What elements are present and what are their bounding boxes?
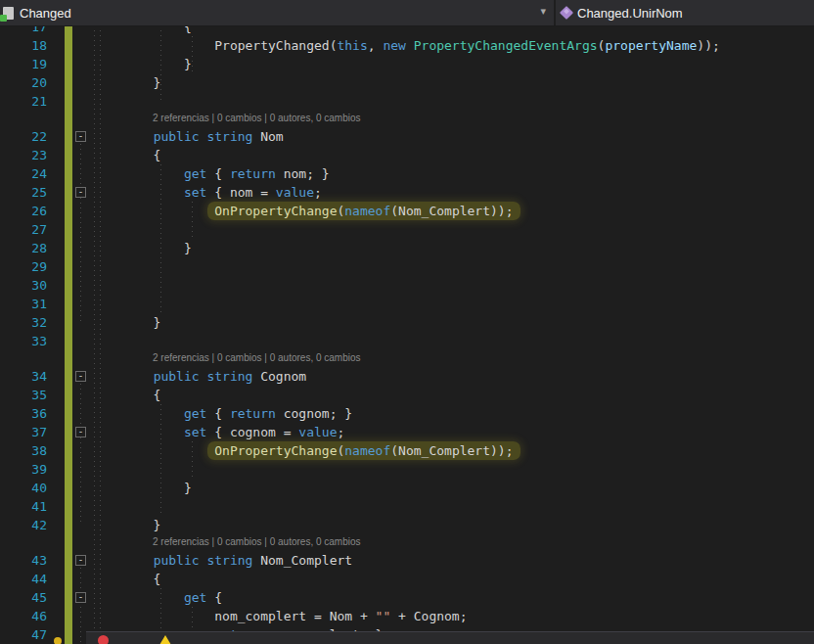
codelens-indicator[interactable]: 2 referencias | 0 cambios | 0 autores, 0… bbox=[153, 110, 361, 126]
code-token: Nom_Complert bbox=[398, 443, 490, 458]
line-number[interactable]: 19 bbox=[0, 55, 47, 73]
code-line[interactable]: 20 } bbox=[0, 73, 814, 92]
fold-toggle[interactable]: - bbox=[75, 592, 86, 603]
line-number[interactable]: 34 bbox=[0, 367, 47, 386]
code-line[interactable]: 44 { bbox=[0, 570, 814, 588]
members-dropdown-label: Changed.UnirNom bbox=[577, 6, 683, 21]
reference-highlight: OnPropertyChange(nameof(Nom_Complert)); bbox=[207, 441, 520, 460]
code-editor[interactable]: 17 {18 PropertyChanged(this, new Propert… bbox=[0, 25, 814, 644]
line-number[interactable]: 42 bbox=[0, 516, 47, 534]
codelens-indicator[interactable]: 2 referencias | 0 cambios | 0 autores, 0… bbox=[153, 533, 361, 550]
warning-icon[interactable] bbox=[159, 635, 171, 644]
code-token: cognom; } bbox=[276, 406, 352, 421]
code-line[interactable]: 43- public string Nom_Complert bbox=[0, 551, 814, 570]
line-number[interactable]: 25 bbox=[0, 183, 47, 202]
code-token: { bbox=[92, 572, 160, 586]
fold-toggle[interactable]: - bbox=[75, 427, 86, 437]
code-line[interactable]: 39 bbox=[0, 460, 814, 479]
margin-indicator-dot[interactable] bbox=[54, 637, 62, 644]
code-line[interactable]: 46 nom_complert = Nom + "" + Cognom; bbox=[0, 607, 814, 625]
line-number[interactable]: 44 bbox=[0, 570, 47, 588]
line-number[interactable]: 29 bbox=[0, 257, 47, 276]
code-line[interactable]: 24 get { return nom; } bbox=[0, 164, 814, 183]
line-number[interactable]: 27 bbox=[0, 220, 47, 239]
code-line[interactable]: 42 } bbox=[0, 516, 814, 534]
line-number[interactable]: 40 bbox=[0, 479, 47, 497]
line-number[interactable]: 36 bbox=[0, 404, 47, 423]
fold-toggle[interactable]: - bbox=[75, 371, 86, 382]
fold-toggle[interactable]: - bbox=[75, 187, 86, 198]
line-number[interactable]: 47 bbox=[0, 625, 47, 644]
codelens-indicator[interactable]: 2 referencias | 0 cambios | 0 autores, 0… bbox=[153, 349, 361, 366]
code-text: OnPropertyChange(nameof(Nom_Complert)); bbox=[92, 441, 520, 460]
code-line[interactable]: 30 bbox=[0, 276, 814, 295]
line-number[interactable]: 26 bbox=[0, 202, 47, 220]
code-line[interactable]: 32 } bbox=[0, 313, 814, 332]
codelens-row: 2 referencias | 0 cambios | 0 autores, 0… bbox=[0, 111, 814, 127]
code-line[interactable]: 17 { bbox=[0, 25, 814, 36]
code-line[interactable]: 23 { bbox=[0, 146, 814, 164]
code-line[interactable]: 28 } bbox=[0, 239, 814, 257]
code-line[interactable]: 38 OnPropertyChange(nameof(Nom_Complert)… bbox=[0, 441, 814, 460]
line-number[interactable]: 31 bbox=[0, 295, 47, 313]
line-number[interactable]: 28 bbox=[0, 239, 47, 257]
line-number[interactable]: 39 bbox=[0, 460, 47, 479]
code-line[interactable]: 41 bbox=[0, 497, 814, 516]
line-number[interactable]: 23 bbox=[0, 146, 47, 164]
line-number[interactable]: 21 bbox=[0, 92, 47, 111]
line-number[interactable]: 24 bbox=[0, 164, 47, 183]
code-token: get bbox=[184, 590, 206, 605]
code-token bbox=[92, 129, 154, 144]
line-number[interactable]: 45 bbox=[0, 588, 47, 607]
code-line[interactable]: 31 bbox=[0, 295, 814, 313]
code-token bbox=[92, 590, 184, 605]
line-number[interactable]: 30 bbox=[0, 276, 47, 295]
line-number[interactable]: 46 bbox=[0, 607, 47, 625]
code-line[interactable]: 19 } bbox=[0, 55, 814, 73]
code-token: OnPropertyChange bbox=[214, 443, 337, 458]
code-line[interactable]: 22- public string Nom bbox=[0, 127, 814, 146]
line-number[interactable]: 17 bbox=[0, 25, 47, 36]
code-token: string bbox=[206, 369, 252, 384]
line-number[interactable]: 33 bbox=[0, 332, 47, 350]
line-number[interactable]: 20 bbox=[0, 73, 47, 92]
code-line[interactable]: 35 { bbox=[0, 386, 814, 404]
chevron-down-icon: ▾ bbox=[540, 5, 546, 18]
members-dropdown[interactable]: Changed.UnirNom bbox=[556, 0, 814, 25]
code-line[interactable]: 18 PropertyChanged(this, new PropertyCha… bbox=[0, 36, 814, 55]
code-line[interactable]: 34- public string Cognom bbox=[0, 367, 814, 386]
line-number[interactable]: 37 bbox=[0, 423, 47, 441]
code-token: nom; } bbox=[276, 166, 330, 181]
code-line[interactable]: 27 bbox=[0, 220, 814, 239]
code-token: Nom bbox=[252, 129, 283, 144]
code-line[interactable]: 40 } bbox=[0, 479, 814, 497]
line-number[interactable]: 41 bbox=[0, 497, 47, 516]
line-number[interactable]: 43 bbox=[0, 551, 47, 570]
code-line[interactable]: 26 OnPropertyChange(nameof(Nom_Complert)… bbox=[0, 202, 814, 220]
code-line[interactable]: 21 bbox=[0, 92, 814, 111]
line-number[interactable]: 32 bbox=[0, 313, 47, 332]
types-dropdown[interactable]: Changed ▾ bbox=[0, 0, 556, 25]
code-text: } bbox=[92, 313, 160, 332]
code-token bbox=[406, 38, 414, 53]
code-text: public string Nom_Complert bbox=[92, 551, 352, 570]
code-text: { bbox=[92, 386, 160, 404]
line-number[interactable]: 38 bbox=[0, 441, 47, 460]
code-line[interactable]: 25- set { nom = value; bbox=[0, 183, 814, 202]
code-text: } bbox=[92, 239, 192, 257]
fold-toggle[interactable]: - bbox=[75, 131, 86, 142]
code-line[interactable]: 45- get { bbox=[0, 588, 814, 607]
code-line[interactable]: 36 get { return cognom; } bbox=[0, 404, 814, 423]
code-line[interactable]: 29 bbox=[0, 257, 814, 276]
fold-toggle[interactable]: - bbox=[75, 555, 86, 566]
code-token: } bbox=[92, 315, 160, 330]
code-token bbox=[92, 425, 184, 439]
code-line[interactable]: 33 bbox=[0, 332, 814, 350]
line-number[interactable]: 22 bbox=[0, 127, 47, 146]
line-number[interactable]: 35 bbox=[0, 386, 47, 404]
code-text: { bbox=[92, 146, 160, 164]
code-token: nameof bbox=[344, 204, 390, 218]
code-line[interactable]: 37- set { cognom = value; bbox=[0, 423, 814, 441]
line-number[interactable]: 18 bbox=[0, 36, 47, 55]
error-icon[interactable] bbox=[98, 635, 109, 644]
